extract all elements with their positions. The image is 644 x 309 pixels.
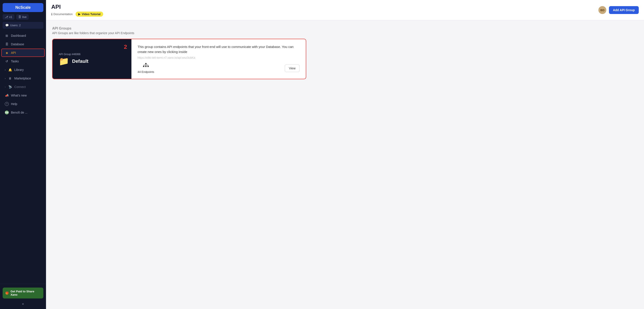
sidebar-item-whats-new[interactable]: 📣 What's new <box>1 91 45 100</box>
video-tutorial-button[interactable]: ▶ Video Tutorial <box>76 11 103 17</box>
api-group-card: API Group #46066 📁 Default 2 1 This grou… <box>52 39 306 79</box>
user-avatar[interactable]: BD <box>598 6 606 14</box>
chevron-icon: › <box>5 86 6 88</box>
library-icon: 🔔 <box>8 68 12 72</box>
card-url[interactable]: https://x8ki-letl-twmt.n7.xano.io/api:ws… <box>138 56 300 59</box>
api-groups-section-desc: API Groups are like folders that organiz… <box>52 31 638 35</box>
database-icon: 🗄 <box>5 42 9 46</box>
svg-rect-2 <box>145 66 146 67</box>
add-api-group-button[interactable]: Add API Group <box>609 6 639 14</box>
sidebar-bottom: 🎁 Get Paid to Share Xano « <box>0 284 46 309</box>
logo[interactable]: NcScale <box>3 3 43 12</box>
db-badge[interactable]: 🗄 live <box>16 14 29 20</box>
api-group-name: Default <box>72 58 88 64</box>
sidebar-item-database[interactable]: 🗄 Database <box>1 40 45 48</box>
chevron-icon: › <box>5 77 6 80</box>
sidebar-item-label: Help <box>11 102 17 106</box>
users-label: Users: 2 <box>10 24 20 27</box>
card-folder-row: 📁 Default <box>59 57 88 65</box>
chat-icon: 💬 <box>5 24 9 27</box>
sidebar: NcScale ⎇ v1 🗄 live 💬 Users: 2 ⊞ Dashboa… <box>0 0 46 309</box>
video-label: Video Tutorial <box>82 12 100 16</box>
api-groups-section-title: API Groups <box>52 26 638 30</box>
card-left-panel[interactable]: API Group #46066 📁 Default 2 1 <box>52 39 132 79</box>
topbar-links: ℹ Documentation ▶ Video Tutorial <box>51 11 103 17</box>
connect-icon: 📡 <box>8 85 12 89</box>
svg-rect-1 <box>143 66 144 67</box>
topbar: API ℹ Documentation ▶ Video Tutorial BD … <box>46 0 644 20</box>
users-count[interactable]: 💬 Users: 2 <box>3 22 43 29</box>
topbar-right: BD Add API Group <box>598 6 639 14</box>
sidebar-collapse-button[interactable]: « <box>0 300 46 307</box>
collapse-icon: « <box>22 302 24 306</box>
sidebar-item-tasks[interactable]: ↺ Tasks <box>1 57 45 65</box>
dashboard-icon: ⊞ <box>5 34 9 38</box>
sidebar-item-label: Tasks <box>11 59 19 63</box>
main-content: API ℹ Documentation ▶ Video Tutorial BD … <box>46 0 644 309</box>
sidebar-item-label: Marketplace <box>14 77 31 80</box>
play-icon: ▶ <box>78 12 80 16</box>
doc-link-label: Documentation <box>54 12 72 16</box>
sidebar-item-user[interactable]: BM Benoît de ... <box>1 108 45 117</box>
help-icon: ? <box>5 102 9 106</box>
sidebar-item-label: Dashboard <box>11 34 26 37</box>
tasks-icon: ↺ <box>5 59 9 63</box>
card-description: This group contains API endpoints that y… <box>138 44 300 54</box>
version-label: v1 <box>9 15 12 18</box>
user-avatar: BM <box>5 110 9 114</box>
svg-rect-3 <box>148 66 149 67</box>
sidebar-item-api[interactable]: ◈ API <box>1 48 45 57</box>
documentation-link[interactable]: ℹ Documentation <box>51 12 72 16</box>
step-badge-2: 2 <box>124 43 127 50</box>
sidebar-item-label: API <box>11 51 16 54</box>
sidebar-item-marketplace[interactable]: › 🖥 Marketplace <box>1 74 45 82</box>
chevron-icon: › <box>5 69 6 71</box>
db-label: live <box>22 15 27 18</box>
whats-new-icon: 📣 <box>5 93 9 97</box>
sidebar-item-label: Connect <box>14 85 26 89</box>
card-right-panel: This group contains API endpoints that y… <box>132 39 306 79</box>
endpoints-info: 44 Endpoints <box>138 63 154 73</box>
version-badge[interactable]: ⎇ v1 <box>3 14 14 20</box>
avatar-initials: BD <box>600 8 604 12</box>
sidebar-item-connect[interactable]: › 📡 Connect <box>1 83 45 91</box>
sidebar-item-dashboard[interactable]: ⊞ Dashboard <box>1 31 45 40</box>
get-paid-button[interactable]: 🎁 Get Paid to Share Xano <box>3 288 43 299</box>
sidebar-item-label: What's new <box>11 94 27 97</box>
sidebar-item-help[interactable]: ? Help <box>1 100 45 108</box>
svg-rect-0 <box>145 63 146 64</box>
content-area: API Groups API Groups are like folders t… <box>46 20 644 309</box>
endpoints-count: 44 Endpoints <box>138 70 154 73</box>
sidebar-nav: ⊞ Dashboard 🗄 Database ◈ API ↺ Tasks › 🔔… <box>0 30 46 284</box>
marketplace-icon: 🖥 <box>8 76 12 80</box>
branch-icon: ⎇ <box>5 15 8 18</box>
gift-icon: 🎁 <box>5 292 9 295</box>
db-icon: 🗄 <box>18 15 21 18</box>
get-paid-label: Get Paid to Share Xano <box>10 290 41 296</box>
page-title: API <box>51 3 103 10</box>
sidebar-item-label: Database <box>11 42 24 46</box>
endpoints-icon <box>143 63 149 69</box>
sidebar-item-label: Library <box>14 68 24 71</box>
card-footer: 44 Endpoints View <box>138 63 300 73</box>
folder-icon: 📁 <box>59 57 69 65</box>
sidebar-item-label: Benoît de ... <box>11 111 28 114</box>
env-row: ⎇ v1 🗄 live <box>3 14 43 20</box>
info-icon: ℹ <box>51 12 52 16</box>
topbar-left: API ℹ Documentation ▶ Video Tutorial <box>51 3 103 17</box>
view-button[interactable]: View <box>285 64 300 72</box>
api-group-label: API Group #46066 <box>59 53 80 56</box>
sidebar-item-library[interactable]: › 🔔 Library <box>1 66 45 74</box>
api-icon: ◈ <box>5 51 9 55</box>
